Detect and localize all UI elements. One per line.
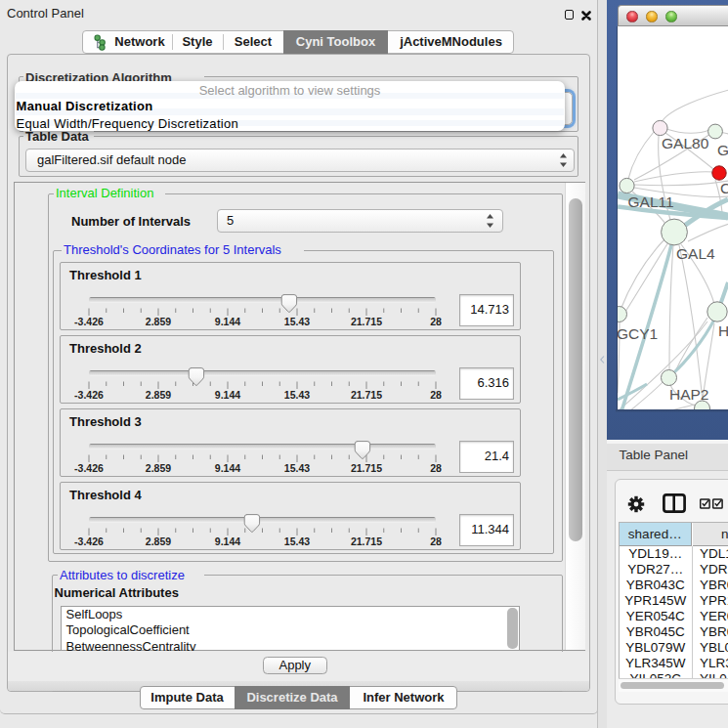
svg-text:GAL11: GAL11 xyxy=(628,193,674,210)
svg-text:GAL80: GAL80 xyxy=(662,135,709,151)
svg-text:H: H xyxy=(718,322,728,339)
svg-text:HAP2: HAP2 xyxy=(669,385,709,402)
svg-text:GCY1: GCY1 xyxy=(618,324,658,341)
svg-text:C: C xyxy=(720,180,728,196)
svg-text:GA: GA xyxy=(717,141,728,157)
svg-text:GAL4: GAL4 xyxy=(676,244,715,261)
